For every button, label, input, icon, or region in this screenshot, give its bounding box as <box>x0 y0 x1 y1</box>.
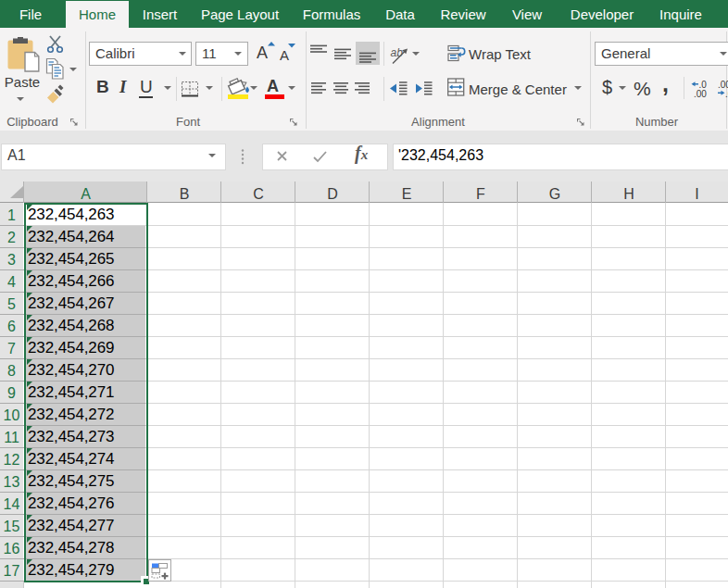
svg-text:ab: ab <box>391 46 404 59</box>
svg-text:.00: .00 <box>694 89 707 99</box>
